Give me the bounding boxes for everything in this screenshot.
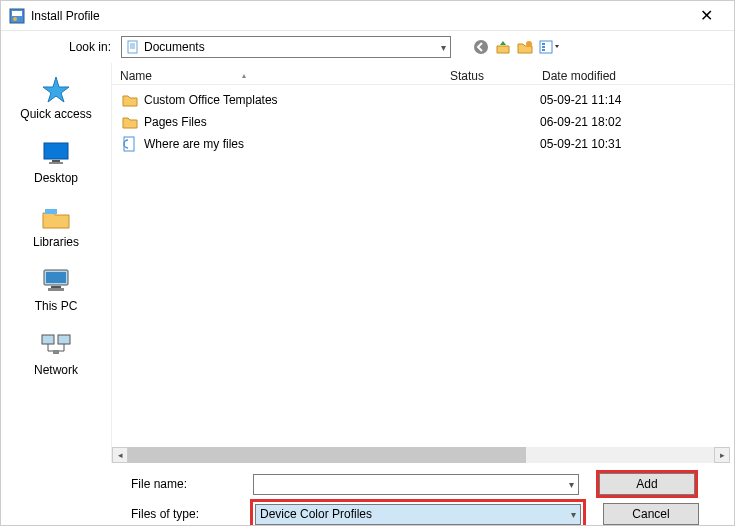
column-name[interactable]: Name▴ [112,69,442,83]
column-headers: Name▴ Status Date modified [112,63,734,85]
file-row[interactable]: Where are my files05-09-21 10:31 [112,133,734,155]
lookin-value: Documents [144,40,205,54]
window-title: Install Profile [31,9,686,23]
desktop-icon [39,139,73,167]
svg-rect-26 [53,350,59,354]
svg-rect-9 [540,41,552,53]
file-date: 06-09-21 18:02 [540,115,734,129]
column-status[interactable]: Status [442,69,534,83]
libraries-icon [39,203,73,231]
svg-rect-11 [542,46,545,48]
this-pc-icon [39,267,73,295]
lookin-row: Look in: Documents ▾ [1,31,734,63]
svg-rect-16 [45,209,57,214]
file-list: Name▴ Status Date modified Custom Office… [111,63,734,463]
chevron-down-icon: ▾ [441,42,446,53]
lookin-label: Look in: [1,40,121,54]
add-button[interactable]: Add [599,473,695,495]
file-row[interactable]: Pages Files06-09-21 18:02 [112,111,734,133]
place-libraries[interactable]: Libraries [1,203,111,249]
place-label: Libraries [33,235,79,249]
body: Quick access Desktop Libraries This PC N… [1,63,734,463]
place-desktop[interactable]: Desktop [1,139,111,185]
folder-icon [122,92,138,108]
back-icon[interactable] [473,39,489,55]
svg-point-7 [474,40,488,54]
place-this-pc[interactable]: This PC [1,267,111,313]
scroll-track[interactable] [128,447,714,463]
file-name-input[interactable]: ▾ [253,474,579,495]
cancel-button[interactable]: Cancel [603,503,699,525]
svg-rect-21 [42,335,54,344]
file-name: Where are my files [144,137,448,151]
scroll-left-icon[interactable]: ◂ [112,447,128,463]
svg-rect-27 [124,137,134,151]
svg-rect-12 [542,49,545,51]
place-label: This PC [35,299,78,313]
chevron-down-icon: ▾ [569,479,574,490]
view-menu-icon[interactable] [539,39,561,55]
file-type-combo: Device Color Profiles ▾ Device Color Pro… [253,502,583,527]
svg-rect-10 [542,43,545,45]
folder-icon [122,114,138,130]
place-label: Network [34,363,78,377]
file-row[interactable]: Custom Office Templates05-09-21 11:14 [112,89,734,111]
svg-rect-1 [12,11,22,16]
place-quick-access[interactable]: Quick access [1,75,111,121]
scroll-thumb[interactable] [128,447,526,463]
svg-point-8 [526,41,532,47]
documents-icon [126,40,140,54]
file-name-label: File name: [131,477,253,491]
svg-rect-20 [48,288,64,291]
file-name-row: File name: ▾ Add [131,469,722,499]
up-icon[interactable] [495,39,511,55]
new-folder-icon[interactable] [517,39,533,55]
svg-point-2 [13,17,17,21]
column-date[interactable]: Date modified [534,69,734,83]
file-date: 05-09-21 10:31 [540,137,734,151]
place-label: Quick access [20,107,91,121]
title-bar: Install Profile ✕ [1,1,734,31]
chevron-down-icon: ▾ [571,509,576,520]
svg-rect-22 [58,335,70,344]
scroll-right-icon[interactable]: ▸ [714,447,730,463]
file-type-dropdown[interactable]: Device Color Profiles ▾ [255,504,581,525]
close-button[interactable]: ✕ [686,6,726,25]
places-bar: Quick access Desktop Libraries This PC N… [1,63,111,463]
file-type-row: Files of type: Device Color Profiles ▾ D… [131,499,722,526]
file-name: Custom Office Templates [144,93,448,107]
svg-rect-15 [49,162,63,164]
horizontal-scrollbar[interactable]: ◂ ▸ [112,447,730,463]
place-label: Desktop [34,171,78,185]
file-rows: Custom Office Templates05-09-21 11:14Pag… [112,85,734,155]
toolbar [473,39,561,55]
file-type-label: Files of type: [131,507,253,521]
bottom-panel: File name: ▾ Add Files of type: Device C… [1,463,734,526]
svg-rect-18 [46,272,66,283]
network-icon [39,331,73,359]
svg-rect-14 [52,160,60,162]
svg-rect-3 [128,41,137,53]
file-icon [122,136,138,152]
app-icon [9,8,25,24]
svg-rect-19 [51,286,61,288]
place-network[interactable]: Network [1,331,111,377]
file-date: 05-09-21 11:14 [540,93,734,107]
svg-rect-13 [44,143,68,159]
file-name: Pages Files [144,115,448,129]
quick-access-icon [39,75,73,103]
lookin-dropdown[interactable]: Documents ▾ [121,36,451,58]
sort-indicator-icon: ▴ [242,71,246,80]
